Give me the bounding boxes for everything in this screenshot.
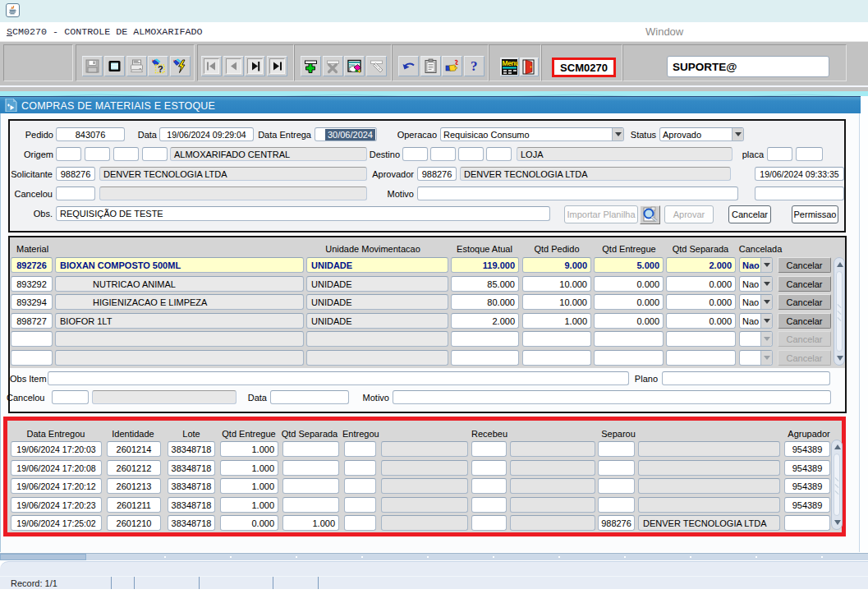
svg-text:?: ? [471,58,478,74]
svg-text:?: ? [158,64,163,74]
svg-text:Menu: Menu [502,59,518,67]
